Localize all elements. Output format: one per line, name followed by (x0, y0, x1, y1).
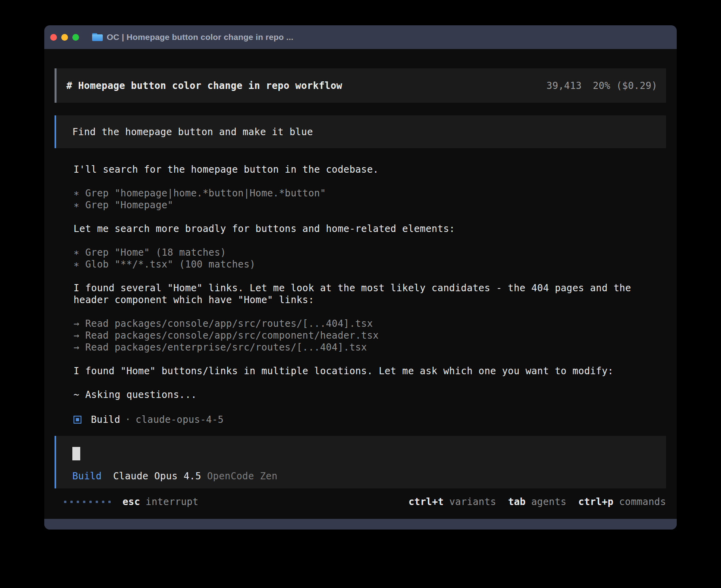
user-message-text: Find the homepage button and make it blu… (72, 126, 313, 138)
status-bar-left: esc interrupt (64, 496, 198, 507)
session-title: # Homepage button color change in repo w… (66, 80, 342, 91)
shortcut-key: ctrl+p (578, 496, 613, 507)
agent-name: Build (91, 414, 120, 425)
transcript-line: Let me search more broadly for buttons a… (74, 223, 666, 235)
transcript-blank-line (74, 306, 666, 318)
transcript-line: → Read packages/console/app/src/routes/[… (74, 318, 666, 330)
transcript-line: I'll search for the homepage button in t… (74, 164, 666, 175)
agent-icon (74, 416, 81, 424)
session-header: # Homepage button color change in repo w… (55, 68, 666, 103)
transcript-line: ∗ Grep "Home" (18 matches) (74, 247, 666, 258)
spinner-dot (70, 501, 73, 503)
shortcut-label: agents (531, 496, 566, 507)
status-model: claude-opus-4-5 (136, 414, 224, 425)
window-title: OC | Homepage button color change in rep… (107, 32, 293, 42)
context-cost: 20% ($0.29) (593, 80, 657, 91)
shortcut-key: ctrl+t (409, 496, 444, 507)
input-model-label[interactable]: Claude Opus 4.5 (113, 471, 201, 482)
status-separator: · (125, 414, 131, 425)
terminal-window: OC | Homepage button color change in rep… (44, 25, 677, 530)
text-cursor (72, 447, 80, 460)
spinner-dot (64, 501, 66, 503)
transcript: I'll search for the homepage button in t… (74, 164, 666, 401)
status-bar-right: ctrl+tvariantstabagentsctrl+pcommands (409, 496, 666, 507)
shortcut-key: esc (123, 496, 140, 507)
shortcut-label: interrupt (146, 496, 199, 507)
minimize-button[interactable] (61, 34, 68, 41)
transcript-line: header component which have "Home" links… (74, 294, 666, 306)
agent-status-row: Build · claude-opus-4-5 (74, 414, 666, 426)
zoom-button[interactable] (72, 34, 79, 41)
desktop: OC | Homepage button color change in rep… (0, 0, 721, 588)
status-bar: esc interrupt ctrl+tvariantstabagentsctr… (55, 496, 666, 508)
shortcut-pair: tabagents (508, 496, 566, 507)
spinner-dot (102, 501, 104, 503)
spinner-dot (96, 501, 98, 503)
transcript-blank-line (74, 235, 666, 247)
input-provider-label: OpenCode Zen (207, 471, 277, 482)
transcript-blank-line (74, 211, 666, 223)
window-bottom-edge (44, 519, 677, 530)
input-agent-label[interactable]: Build (72, 471, 102, 482)
transcript-blank-line (74, 270, 666, 282)
spinner-dot (89, 501, 92, 503)
shortcut-label: commands (619, 496, 666, 507)
user-message: Find the homepage button and make it blu… (55, 115, 666, 148)
spinner-dot (108, 501, 111, 503)
folder-icon (92, 33, 103, 41)
transcript-blank-line (74, 175, 666, 187)
transcript-line: ∗ Glob "**/*.tsx" (100 matches) (74, 258, 666, 270)
transcript-line: ∗ Grep "Homepage" (74, 199, 666, 211)
model-row: Build Claude Opus 4.5 OpenCode Zen (72, 471, 666, 482)
transcript-line: ~ Asking questions... (74, 389, 666, 401)
spinner-dot (77, 501, 79, 503)
window-titlebar[interactable]: OC | Homepage button color change in rep… (44, 25, 677, 49)
prompt-input[interactable]: Build Claude Opus 4.5 OpenCode Zen (55, 436, 666, 488)
transcript-line: I found several "Home" links. Let me loo… (74, 282, 666, 294)
shortcut-pair: ctrl+tvariants (409, 496, 496, 507)
token-count: 39,413 (547, 80, 582, 91)
shortcut-key: tab (508, 496, 526, 507)
transcript-line: → Read packages/console/app/src/componen… (74, 330, 666, 341)
spinner-dot (83, 501, 85, 503)
transcript-line: → Read packages/enterprise/src/routes/[.… (74, 341, 666, 353)
transcript-line: ∗ Grep "homepage|home.*button|Home.*butt… (74, 187, 666, 199)
spinner (64, 501, 111, 503)
transcript-line: I found "Home" buttons/links in multiple… (74, 365, 666, 377)
transcript-blank-line (74, 377, 666, 389)
terminal-content: # Homepage button color change in repo w… (44, 49, 677, 519)
shortcut-label: variants (449, 496, 496, 507)
session-stats: 39,413 20% ($0.29) (547, 80, 657, 91)
close-button[interactable] (50, 34, 57, 41)
transcript-blank-line (74, 353, 666, 365)
shortcut-pair: ctrl+pcommands (578, 496, 666, 507)
